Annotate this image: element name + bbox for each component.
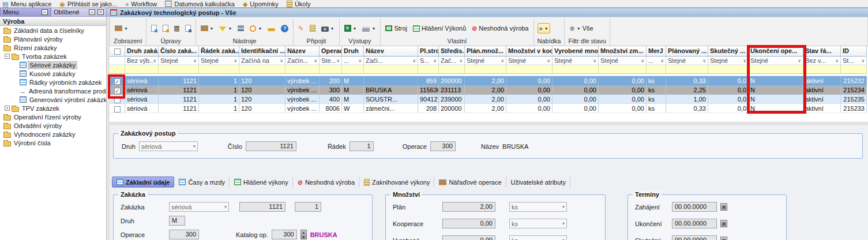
grid-cell[interactable]: 0,00 <box>506 85 553 95</box>
grid-cell[interactable]: 8006 <box>320 104 342 113</box>
postup-operace-field[interactable]: 300 <box>430 141 456 151</box>
grid-cell[interactable]: 2,00 <box>465 76 506 85</box>
grid-cell[interactable]: 0,00 <box>553 76 599 85</box>
grid-filter-cell[interactable]: Stejné∨ <box>666 57 708 65</box>
unit-combo[interactable]: ks▾ <box>509 219 567 228</box>
operace-field[interactable]: 300 <box>169 230 199 239</box>
grid-column-header[interactable]: Skutečný ... <box>708 46 749 57</box>
grid-cell[interactable]: zámečni... <box>364 104 418 113</box>
unit-combo[interactable]: ks▾ <box>509 235 567 240</box>
toolbar-button-new-document-icon[interactable] <box>150 24 158 33</box>
grid-column-header[interactable]: Číslo zaká... <box>159 46 199 57</box>
grid-cell[interactable]: 215235 <box>841 95 867 104</box>
toolbar-button-filter-icon[interactable]: ▼ <box>218 24 233 32</box>
grid-cell[interactable]: aktivní <box>803 95 841 104</box>
expand-expander-icon[interactable]: + <box>5 106 10 111</box>
grid-cell[interactable]: W <box>342 104 364 113</box>
menu-panel-header[interactable]: Menu – <box>0 7 51 17</box>
toolbar-button-edit-document-icon[interactable] <box>161 24 170 33</box>
grid-filter-cell[interactable]: Ste...∨ <box>320 57 342 65</box>
grid-data-row[interactable]: ✓sériová11211120výrobek ...200M859200000… <box>110 76 868 85</box>
grid-filter-cell[interactable]: Začín...∨ <box>285 57 320 65</box>
grid-cell[interactable]: 2,00 <box>465 104 506 113</box>
grid-filter-cell[interactable]: Bez v...∨ <box>803 57 841 65</box>
grid-column-header[interactable]: Vyrobené mno... <box>553 46 599 57</box>
grid-column-header[interactable]: Řádek zaká... <box>199 46 239 57</box>
grid-column-header[interactable]: Stav řá... <box>803 46 841 57</box>
sidebar-item-pl-nov-n-v-roby[interactable]: Plánování výroby <box>0 35 106 43</box>
grid-column-header[interactable]: Plánovaný ... <box>666 46 708 57</box>
tab-zaknihovan-v-kony[interactable]: Zaknihované výkony <box>360 177 434 187</box>
grid-column-header[interactable]: Pl.stroj <box>418 46 439 57</box>
grid-cell[interactable]: výrobek ... <box>285 76 320 85</box>
postup-cislo-field[interactable]: 1121 <box>246 141 296 151</box>
toolbar-button-clock-icon[interactable]: ▼ <box>249 24 263 33</box>
grid-cell[interactable]: 0,00 <box>553 85 599 95</box>
sidebar-item--zen-zak-zky[interactable]: Řízení zakázky <box>0 43 106 52</box>
collapse-expander-icon[interactable]: − <box>5 54 10 59</box>
toolbar-button-media-icon[interactable]: ▼ <box>320 24 336 33</box>
tab-neshodn-v-roba[interactable]: ⊘Neshodná výroba <box>294 177 359 187</box>
grid-cell[interactable]: výrobek ... <box>285 104 320 113</box>
tab-n-a-ov-operace[interactable]: Nářaďové operace <box>435 177 506 187</box>
grid-cell[interactable]: 200 <box>320 76 342 85</box>
date-field[interactable]: 00.00.0000 <box>672 235 717 240</box>
grid-column-header[interactable]: Identifikační ... <box>239 46 285 57</box>
tab--asy-a-mzdy[interactable]: Časy a mzdy <box>175 177 230 187</box>
grid-cell[interactable]: 120 <box>239 95 285 104</box>
grid-column-header[interactable]: ID <box>841 46 867 57</box>
grid-cell[interactable]: 0,00 <box>506 95 553 104</box>
toolbar-button-note-icon[interactable]: ✎ <box>297 24 305 33</box>
grid-cell[interactable]: 215234 <box>841 85 867 95</box>
grid-column-header[interactable]: Ukončení ope... <box>749 46 803 57</box>
grid-filter-cell[interactable]: Začíná na∨ <box>239 57 285 65</box>
grid-cell[interactable]: výrobek ... <box>285 95 320 104</box>
grid-cell[interactable]: 120 <box>239 104 285 113</box>
katalog-op-name-link[interactable]: BRUSKA <box>310 231 337 238</box>
toolbar-button-view-layers-icon[interactable]: ▼ <box>114 24 129 32</box>
grid-cell[interactable]: 1 <box>199 76 239 85</box>
grid-cell[interactable]: M <box>342 76 364 85</box>
tab-hl-en-v-kony[interactable]: Hlášené výkony <box>230 177 293 187</box>
grid-cell[interactable]: 1 <box>199 104 239 113</box>
grid-data-row[interactable]: sériová11211120výrobek ...400MSOUSTR...9… <box>110 95 868 104</box>
grid-filter-cell[interactable]: Stejné∨ <box>159 57 199 65</box>
grid-cell[interactable]: ks <box>647 95 666 104</box>
grid-cell[interactable]: 1121 <box>159 85 199 95</box>
date-field[interactable]: 00.00.0000 <box>672 219 717 228</box>
menubar-item-upom-nky[interactable]: ◆Upomínky <box>243 1 279 7</box>
grid-cell[interactable]: sériová <box>125 104 159 113</box>
checkbox-icon[interactable] <box>114 48 121 55</box>
sidebar-item-generov-n-v-robn-zak-zky-s[interactable]: Generování výrobní zakázky s <box>0 95 106 104</box>
grid-cell[interactable]: 200000 <box>439 104 465 113</box>
zakazka-radek-field[interactable]: 1 <box>295 202 321 212</box>
grid-data-row[interactable]: sériová11211120výrobek ...8006Wzámečni..… <box>110 104 868 113</box>
toolbar-button-neshodn-v-roba[interactable]: ⊘Neshodná výroba <box>471 24 529 33</box>
zakazka-druh-combo[interactable]: sériová▾ <box>169 202 229 212</box>
tab-z-kladn-daje[interactable]: Základní údaje <box>112 177 174 187</box>
grid-cell[interactable]: 0,00 <box>506 76 553 85</box>
grid-cell[interactable]: N <box>749 85 803 95</box>
calendar-button-icon[interactable]: ▦ <box>720 237 727 240</box>
toolbar-button-settings-table-icon[interactable]: ▼ <box>200 24 215 32</box>
toolbar-button-hl-en-v-kon-[interactable]: Hlášení Výkonů <box>412 24 467 33</box>
toolbar-button-delete-icon[interactable] <box>173 24 181 33</box>
favorites-panel-minimize-icon[interactable]: – <box>89 9 95 15</box>
sidebar-item-tpv-zak-zek[interactable]: +TPV zakázek <box>0 104 106 112</box>
sidebar-item-operativn-zen-v-roby[interactable]: Operativní řízení výroby <box>0 112 106 121</box>
sidebar-item-z-kladn-data-a-seln-ky[interactable]: Základní data a číselníky <box>0 26 106 35</box>
sidebar-item-adresn-transformace-prodej[interactable]: ↔Adresná transformace prodej <box>0 87 106 95</box>
grid-cell[interactable]: výrobek ... <box>285 85 320 95</box>
grid-cell[interactable]: N <box>749 104 803 113</box>
sidebar-item-vyhodnocen-zak-zky[interactable]: Vyhodnocení zakázky <box>0 130 106 138</box>
grid-cell[interactable]: 0,00 <box>553 104 599 113</box>
grid-cell[interactable]: N <box>749 76 803 85</box>
grid-filter-cell[interactable]: Stejné∨ <box>465 57 506 65</box>
grid-cell[interactable]: 215232 <box>841 76 867 85</box>
grid-cell[interactable]: 0,00 <box>599 104 647 113</box>
quantity-field[interactable]: 0,00 <box>442 235 495 240</box>
menubar-item-p-ihl-sit-se-jako-[interactable]: ◉Přihlásit se jako... <box>59 1 117 7</box>
grid-filter-cell[interactable] <box>110 57 125 65</box>
row-checkbox-cell[interactable]: ✓ <box>110 85 125 95</box>
grid-column-header[interactable]: Množství zm... <box>599 46 647 57</box>
